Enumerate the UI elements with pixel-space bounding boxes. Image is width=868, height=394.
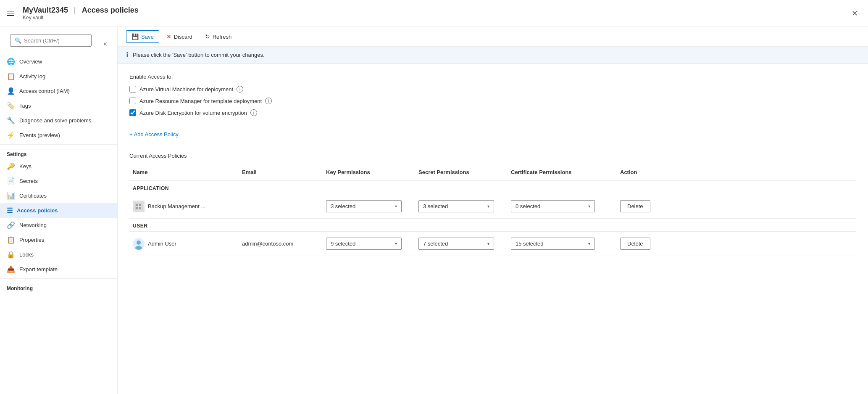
add-policy-link[interactable]: + Add Access Policy (129, 131, 179, 138)
nav-label: Overview (19, 58, 42, 65)
refresh-button[interactable]: ↻ Refresh (200, 30, 237, 43)
search-icon: 🔍 (15, 37, 21, 44)
nav-label: Diagnose and solve problems (19, 117, 91, 124)
cell-cert-app: 0 selected ▾ (508, 198, 617, 215)
save-button[interactable]: 💾 Save (126, 30, 159, 43)
secret-permissions-user-dropdown[interactable]: 7 selected ▾ (418, 238, 494, 250)
cert-permissions-app-dropdown[interactable]: 0 selected ▾ (511, 200, 595, 212)
nav-label: Tags (19, 103, 31, 109)
cell-secret-app: 3 selected ▾ (415, 198, 508, 215)
key-permissions-app-dropdown[interactable]: 3 selected ▾ (326, 200, 402, 212)
nav-label: Export template (19, 266, 58, 272)
nav-item-certificates[interactable]: 📊 Certificates (0, 188, 117, 203)
export-icon: 📤 (7, 265, 15, 273)
nav-item-overview[interactable]: 🌐 Overview (0, 54, 117, 69)
col-name: Name (129, 167, 239, 177)
globe-icon: 🌐 (7, 58, 15, 66)
page-title: Access policies (82, 6, 139, 15)
cell-email-user: admin@contoso.com (239, 238, 323, 249)
delete-app-button[interactable]: Delete (620, 200, 650, 212)
col-key-perms: Key Permissions (323, 167, 415, 177)
close-button[interactable]: ✕ (848, 7, 861, 20)
cell-email-app (239, 204, 323, 209)
svg-rect-3 (136, 207, 138, 209)
wrench-icon: 🔧 (7, 116, 15, 124)
settings-section-header: Settings (0, 144, 117, 159)
col-email: Email (239, 167, 323, 177)
discard-button[interactable]: ✕ Discard (161, 30, 198, 43)
arm-checkbox[interactable] (129, 98, 136, 104)
nav-label: Certificates (19, 193, 47, 199)
title-bar: MyVault2345 | Access policies Key vault … (0, 0, 868, 27)
table-header: Name Email Key Permissions Secret Permis… (129, 164, 856, 181)
col-action: Action (617, 167, 667, 177)
nav-label: Locks (19, 251, 34, 258)
save-icon: 💾 (132, 33, 139, 40)
key-icon: 🔑 (7, 162, 15, 170)
nav-item-locks[interactable]: 🔒 Locks (0, 247, 117, 262)
chevron-down-icon: ▾ (487, 204, 489, 209)
chevron-down-icon: ▾ (395, 204, 397, 209)
disk-checkbox[interactable] (129, 109, 136, 116)
discard-icon: ✕ (166, 33, 171, 40)
cell-name-user: Admin User (129, 235, 239, 252)
table-row: Backup Management ... 3 selected ▾ 3 sel… (129, 194, 856, 219)
toolbar: 💾 Save ✕ Discard ↻ Refresh (118, 27, 868, 47)
nav-item-tags[interactable]: 🏷️ Tags (0, 98, 117, 113)
info-message: Please click the 'Save' button to commit… (133, 52, 265, 58)
app-icon (133, 201, 145, 212)
chevron-down-icon: ▾ (588, 241, 590, 246)
col-cert-perms: Certificate Permissions (508, 167, 617, 177)
secret-permissions-app-dropdown[interactable]: 3 selected ▾ (418, 200, 494, 212)
nav-item-keys[interactable]: 🔑 Keys (0, 159, 117, 174)
nav-item-access-control[interactable]: 👤 Access control (IAM) (0, 84, 117, 98)
nav-item-networking[interactable]: 🔗 Networking (0, 218, 117, 233)
disk-label: Azure Disk Encryption for volume encrypt… (139, 110, 247, 116)
network-icon: 🔗 (7, 221, 15, 229)
user-avatar (133, 238, 145, 250)
info-icon: ℹ (126, 51, 129, 59)
page-subtitle: Key vault (23, 15, 139, 21)
nav-item-activity-log[interactable]: 📋 Activity log (0, 69, 117, 84)
nav-item-access-policies[interactable]: ☰ Access policies (0, 203, 117, 218)
group-header-application: APPLICATION (129, 181, 856, 194)
current-policies-title: Current Access Policies (129, 153, 856, 159)
properties-icon: 📋 (7, 236, 15, 244)
policies-table: Name Email Key Permissions Secret Permis… (129, 164, 856, 256)
delete-user-button[interactable]: Delete (620, 238, 650, 250)
search-input[interactable] (24, 37, 87, 44)
key-permissions-user-dropdown[interactable]: 9 selected ▾ (326, 238, 402, 250)
vm-info-icon[interactable]: i (237, 86, 243, 93)
monitoring-section-header: Monitoring (0, 278, 117, 293)
nav-label: Secrets (19, 178, 38, 184)
cert-permissions-user-dropdown[interactable]: 15 selected ▾ (511, 238, 595, 250)
tag-icon: 🏷️ (7, 102, 15, 110)
main-content: 💾 Save ✕ Discard ↻ Refresh ℹ Please clic… (118, 27, 868, 394)
nav-item-properties[interactable]: 📋 Properties (0, 233, 117, 247)
svg-rect-4 (139, 207, 141, 209)
search-box[interactable]: 🔍 (10, 34, 92, 47)
cert-icon: 📊 (7, 192, 15, 200)
nav-item-secrets[interactable]: 📄 Secrets (0, 174, 117, 188)
bolt-icon: ⚡ (7, 131, 15, 139)
col-secret-perms: Secret Permissions (415, 167, 508, 177)
vault-name: MyVault2345 (23, 6, 68, 15)
nav-item-diagnose[interactable]: 🔧 Diagnose and solve problems (0, 113, 117, 128)
group-header-user: USER (129, 219, 856, 232)
vm-checkbox[interactable] (129, 86, 136, 93)
hamburger-menu[interactable] (7, 11, 14, 16)
lock-icon: 🔒 (7, 251, 15, 259)
checkbox-vm: Azure Virtual Machines for deployment i (129, 86, 856, 93)
nav-label: Events (preview) (19, 132, 60, 138)
nav-label: Networking (19, 222, 47, 228)
person-shield-icon: 👤 (7, 87, 15, 95)
info-bar: ℹ Please click the 'Save' button to comm… (118, 47, 868, 63)
nav-item-export[interactable]: 📤 Export template (0, 262, 117, 277)
chevron-down-icon: ▾ (588, 204, 590, 209)
disk-info-icon[interactable]: i (250, 109, 257, 116)
collapse-button[interactable]: « (98, 37, 112, 51)
arm-info-icon[interactable]: i (265, 98, 272, 104)
checkbox-arm: Azure Resource Manager for template depl… (129, 98, 856, 104)
nav-item-events[interactable]: ⚡ Events (preview) (0, 128, 117, 143)
policy-icon: ☰ (7, 206, 13, 214)
